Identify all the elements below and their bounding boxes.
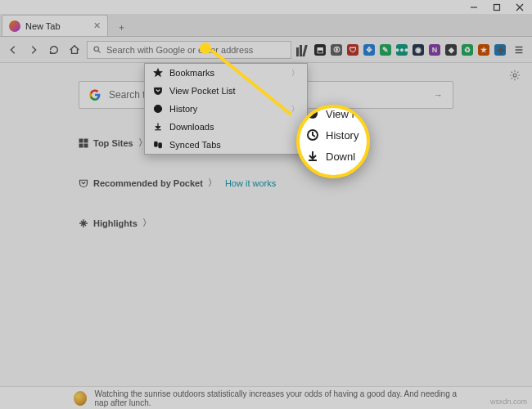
- extension-icon[interactable]: N: [429, 44, 440, 56]
- extension-icon[interactable]: ⬒: [314, 44, 326, 56]
- navigation-toolbar: ⬒ ⦿ 🛡 ❖ ✎ ●●● ◉ N ◆ ♻ ★ ➕: [0, 37, 532, 63]
- snippet-text: Watching the sunrise outdoors statistica…: [95, 389, 458, 407]
- svg-rect-18: [79, 144, 83, 147]
- search-go-icon[interactable]: →: [434, 90, 443, 100]
- svg-rect-17: [84, 139, 88, 142]
- menu-item-label: Synced Tabs: [169, 140, 221, 150]
- reload-button[interactable]: [46, 42, 61, 58]
- section-highlights[interactable]: Highlights 〉: [79, 217, 453, 229]
- chevron-right-icon: 〉: [291, 68, 299, 79]
- extension-icon[interactable]: ●●●: [396, 44, 408, 56]
- svg-rect-19: [84, 144, 88, 147]
- sparkle-icon: [79, 218, 88, 228]
- app-menu-button[interactable]: [511, 42, 527, 58]
- address-input[interactable]: [106, 45, 286, 55]
- menu-item-bookmarks[interactable]: Bookmarks 〉: [145, 64, 307, 82]
- how-it-works-link[interactable]: How it works: [225, 178, 276, 188]
- section-label: Recommended by Pocket: [93, 178, 203, 188]
- clock-icon: [153, 104, 163, 114]
- sunrise-icon: [74, 391, 87, 406]
- content-area: Bookmarks 〉 View Pocket List History 〉 D…: [0, 63, 532, 386]
- svg-rect-1: [494, 4, 500, 10]
- menu-item-label: Bookmarks: [169, 68, 214, 78]
- snippet-bar: Watching the sunrise outdoors statistica…: [0, 386, 532, 409]
- extension-icon[interactable]: ◆: [445, 44, 457, 56]
- magnifier-row-label: Downl: [326, 151, 355, 163]
- star-icon: [153, 68, 163, 78]
- section-label: Top Sites: [93, 138, 133, 148]
- grid-icon: [79, 138, 88, 148]
- svg-rect-14: [155, 142, 158, 146]
- tutorial-magnifier: View P History Downl: [296, 105, 370, 178]
- magnifier-row-label: History: [326, 129, 358, 142]
- extension-icon[interactable]: ⦿: [331, 44, 342, 56]
- extension-icon[interactable]: 🛡: [347, 44, 358, 56]
- menu-item-downloads[interactable]: Downloads: [145, 118, 307, 136]
- extension-icon[interactable]: ❖: [363, 44, 375, 56]
- extension-icon[interactable]: ♻: [462, 44, 473, 56]
- menu-item-synced-tabs[interactable]: Synced Tabs: [145, 136, 307, 154]
- search-icon: [92, 45, 101, 54]
- chevron-right-icon: 〉: [291, 104, 299, 115]
- svg-point-4: [94, 47, 99, 52]
- tutorial-highlight-dot: [200, 43, 211, 54]
- back-button[interactable]: [5, 42, 20, 58]
- svg-marker-10: [154, 69, 163, 77]
- address-bar[interactable]: [87, 41, 291, 59]
- home-button[interactable]: [66, 42, 82, 58]
- pocket-icon: [153, 86, 163, 96]
- extension-icon[interactable]: ➕: [494, 44, 506, 56]
- menu-item-pocket[interactable]: View Pocket List: [145, 82, 307, 100]
- extension-icon[interactable]: ◉: [413, 44, 424, 56]
- section-recommended[interactable]: Recommended by Pocket 〉 How it works: [79, 177, 453, 189]
- customize-gear-icon[interactable]: [509, 70, 521, 83]
- sync-icon: [153, 140, 163, 150]
- download-icon: [153, 122, 163, 132]
- watermark: wsxdn.com: [490, 398, 527, 406]
- menu-item-label: Downloads: [169, 122, 214, 132]
- maximize-button[interactable]: [493, 3, 501, 11]
- svg-point-9: [513, 74, 516, 77]
- menu-item-label: View Pocket List: [169, 86, 236, 96]
- new-tab-button[interactable]: ＋: [111, 18, 131, 36]
- minimize-button[interactable]: [470, 3, 478, 11]
- download-icon: [306, 150, 319, 163]
- chevron-right-icon: 〉: [142, 217, 151, 229]
- close-window-button[interactable]: [516, 3, 524, 11]
- toolbar-extensions: ⬒ ⦿ 🛡 ❖ ✎ ●●● ◉ N ◆ ♻ ★ ➕: [296, 42, 527, 58]
- extension-icon[interactable]: ✎: [380, 44, 391, 56]
- firefox-favicon: [9, 20, 20, 32]
- section-label: Highlights: [93, 218, 138, 228]
- google-logo-icon: [89, 89, 101, 101]
- library-button[interactable]: [296, 43, 309, 56]
- forward-button[interactable]: [25, 42, 41, 58]
- pocket-icon: [79, 178, 88, 188]
- clock-icon: [306, 128, 319, 142]
- menu-item-label: History: [169, 104, 197, 114]
- svg-rect-16: [79, 139, 83, 142]
- window-titlebar: [0, 0, 532, 14]
- svg-line-5: [98, 51, 101, 53]
- close-tab-icon[interactable]: ✕: [93, 20, 101, 31]
- tab-title: New Tab: [25, 21, 61, 31]
- chevron-right-icon: 〉: [208, 177, 217, 189]
- tab-strip: New Tab ✕ ＋: [0, 14, 532, 37]
- extension-icon[interactable]: ★: [478, 44, 489, 56]
- tab-new-tab[interactable]: New Tab ✕: [2, 15, 108, 36]
- svg-rect-15: [159, 143, 162, 148]
